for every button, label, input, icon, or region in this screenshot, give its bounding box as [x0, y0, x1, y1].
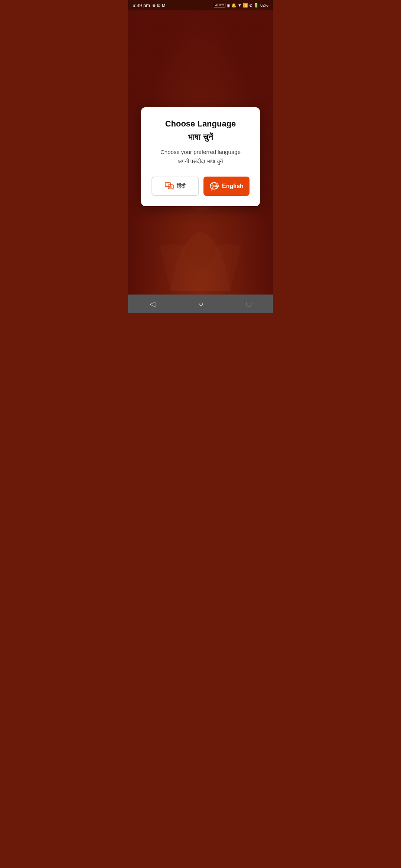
- signal-icon: 📶: [243, 3, 248, 8]
- english-chat-icon: ABC: [209, 182, 219, 191]
- status-bar-right: AUTO ▣ 🔔 ▼ 📶 ⊘ 🔋 82%: [214, 3, 268, 8]
- status-bar-left: 6:39 pm ⊖ ⊡ M: [133, 3, 165, 8]
- no-sim-icon: ⊘: [249, 3, 252, 8]
- recents-nav-icon[interactable]: □: [247, 300, 251, 308]
- hindi-chat-icon: [165, 182, 174, 190]
- home-nav-icon[interactable]: ○: [199, 300, 203, 308]
- status-icons-left: ⊖ ⊡ M: [152, 3, 165, 8]
- hindi-button[interactable]: हिंदी: [151, 177, 199, 196]
- modal-overlay: Choose Language भाषा चुनें Choose your p…: [128, 0, 273, 313]
- english-button[interactable]: ABC English: [203, 177, 250, 196]
- nav-bar: ◁ ○ □: [128, 295, 273, 313]
- bell-icon: 🔔: [231, 3, 237, 8]
- auto-icon: AUTO: [214, 3, 225, 7]
- wifi-icon: ▼: [238, 3, 242, 7]
- english-button-label: English: [222, 183, 244, 190]
- battery-percentage: 82%: [260, 3, 268, 7]
- gmail-icon: M: [162, 3, 165, 7]
- status-bar: 6:39 pm ⊖ ⊡ M AUTO ▣ 🔔 ▼ 📶 ⊘ 🔋 82%: [128, 0, 273, 10]
- dialog-subtitle-hindi: अपनी पसंदीदा भाषा चुनें: [178, 158, 223, 165]
- dialog-subtitle-english: Choose your preferred language: [160, 149, 241, 155]
- language-buttons: हिंदी ABC English: [151, 177, 250, 196]
- status-icons-right: AUTO ▣ 🔔 ▼ 📶 ⊘ 🔋: [214, 3, 259, 8]
- hd-icon: ▣: [226, 3, 230, 8]
- status-time: 6:39 pm: [133, 3, 150, 8]
- language-dialog: Choose Language भाषा चुनें Choose your p…: [141, 107, 260, 206]
- sim-icon: ⊖: [152, 3, 156, 8]
- svg-text:ABC: ABC: [213, 185, 219, 188]
- dialog-title-english: Choose Language: [165, 119, 236, 129]
- hindi-button-label: हिंदी: [177, 183, 186, 190]
- battery-icon: 🔋: [254, 3, 259, 8]
- dialog-title-hindi: भाषा चुनें: [188, 132, 213, 142]
- back-nav-icon[interactable]: ◁: [150, 299, 155, 308]
- screenshot-icon: ⊡: [157, 3, 160, 8]
